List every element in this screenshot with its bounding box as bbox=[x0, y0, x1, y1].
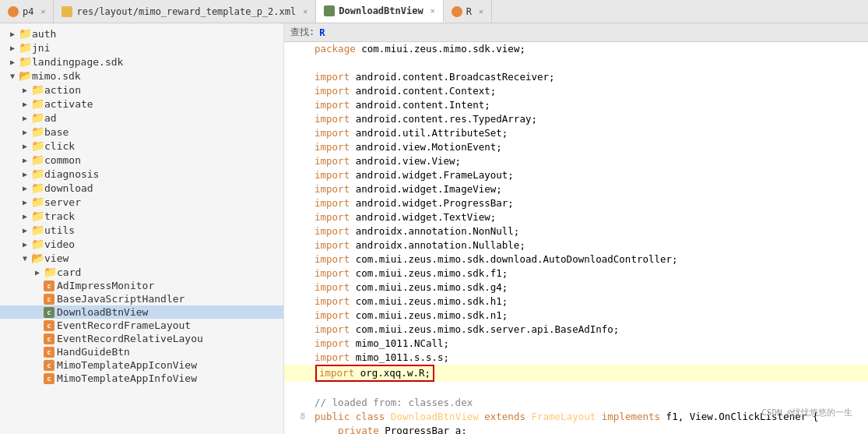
class-icon-basejavascript: c bbox=[44, 294, 54, 305]
search-value: R bbox=[319, 27, 325, 38]
tree-arrow-ad: ▶ bbox=[19, 114, 31, 122]
class-icon-adimpressmonitor: c bbox=[44, 281, 54, 291]
folder-icon-action: 📁 bbox=[31, 83, 44, 96]
tree-arrow-common: ▶ bbox=[19, 156, 31, 164]
tree-item-landingpage[interactable]: ▶ 📁 landingpage.sdk bbox=[0, 55, 283, 69]
watermark: CSDN @忧忧悠悠的一生 bbox=[761, 407, 852, 418]
tree-item-basejavascripthandler[interactable]: c BaseJavaScriptHandler bbox=[0, 292, 283, 305]
tree-label-utils: utils bbox=[44, 224, 75, 236]
tree-arrow-action: ▶ bbox=[19, 86, 31, 94]
tree-item-click[interactable]: ▶ 📁 click bbox=[0, 139, 283, 153]
tree-arrow-card: ▶ bbox=[31, 268, 44, 277]
tree-label-adimpressmonitor: AdImpressMonitor bbox=[57, 280, 154, 291]
tree-label-server: server bbox=[44, 196, 81, 208]
tree-label-view: view bbox=[44, 252, 69, 264]
tree-arrow-mimosdk: ▼ bbox=[6, 72, 19, 80]
tab-layout-label: res/layout/mimo_reward_template_p_2.xml bbox=[76, 6, 296, 17]
folder-icon-jni: 📁 bbox=[19, 41, 32, 54]
tree-label-download: download bbox=[44, 182, 93, 194]
class-icon-eventrecordrelative: c bbox=[44, 333, 54, 344]
tab-r[interactable]: R ✕ bbox=[444, 0, 492, 23]
code-line-import9: import android.widget.ImageView; bbox=[284, 182, 868, 196]
code-line-package: package com.miui.zeus.mimo.sdk.view; bbox=[284, 42, 868, 56]
tab-r-close[interactable]: ✕ bbox=[479, 7, 483, 16]
tree-label-track: track bbox=[44, 210, 75, 222]
tree-item-track[interactable]: ▶ 📁 track bbox=[0, 209, 283, 223]
tree-item-base[interactable]: ▶ 📁 base bbox=[0, 125, 283, 139]
tree-arrow-jni: ▶ bbox=[6, 44, 19, 52]
folder-icon-video: 📁 bbox=[31, 238, 44, 250]
tree-item-video[interactable]: ▶ 📁 video bbox=[0, 237, 283, 251]
tab-layout-close[interactable]: ✕ bbox=[303, 7, 307, 16]
tree-item-ad[interactable]: ▶ 📁 ad bbox=[0, 111, 283, 125]
tree-arrow-auth: ▶ bbox=[6, 30, 19, 38]
tree-label-common: common bbox=[44, 154, 81, 166]
class-icon-eventrecordframe: c bbox=[44, 320, 54, 331]
tree-item-diagnosis[interactable]: ▶ 📁 diagnosis bbox=[0, 167, 283, 181]
code-line-import18: import com.miui.zeus.mimo.sdk.n1; bbox=[284, 309, 868, 323]
tree-item-activate[interactable]: ▶ 📁 activate bbox=[0, 97, 283, 111]
code-line-import6: import android.view.MotionEvent; bbox=[284, 140, 868, 154]
tab-downloadbtn-close[interactable]: ✕ bbox=[430, 6, 435, 15]
tree-item-jni[interactable]: ▶ 📁 jni bbox=[0, 41, 283, 55]
class-icon-downloadbtnview: c bbox=[44, 307, 54, 318]
tab-downloadbtn-icon bbox=[324, 5, 335, 16]
tab-p4[interactable]: p4 ✕ bbox=[0, 0, 54, 23]
tree-item-mimotemplateappinfo[interactable]: c MimoTemplateAppInfoView bbox=[0, 372, 283, 385]
tree-item-card[interactable]: ▶ 📁 card bbox=[0, 265, 283, 279]
folder-icon-base: 📁 bbox=[31, 125, 44, 138]
code-line-import3: import android.content.Intent; bbox=[284, 98, 868, 112]
folder-icon-track: 📁 bbox=[31, 210, 44, 222]
tree-label-activate: activate bbox=[44, 98, 93, 110]
folder-icon-utils: 📁 bbox=[31, 224, 44, 236]
tree-arrow-view: ▼ bbox=[19, 254, 31, 263]
tab-p4-icon bbox=[8, 6, 19, 17]
code-line-import15: import com.miui.zeus.mimo.sdk.f1; bbox=[284, 266, 868, 281]
folder-icon-auth: 📁 bbox=[19, 27, 32, 40]
tree-item-view[interactable]: ▼ 📂 view bbox=[0, 251, 283, 265]
folder-icon-server: 📁 bbox=[31, 196, 44, 208]
tree-item-adimpressmonitor[interactable]: c AdImpressMonitor bbox=[0, 279, 283, 292]
tree-item-downloadbtnview[interactable]: c DownloadBtnView bbox=[0, 305, 283, 319]
tree-label-ad: ad bbox=[44, 112, 57, 124]
tree-item-eventrecordframe[interactable]: c EventRecordFrameLayout bbox=[0, 319, 283, 332]
tree-item-server[interactable]: ▶ 📁 server bbox=[0, 195, 283, 209]
folder-icon-activate: 📁 bbox=[31, 97, 44, 110]
folder-icon-ad: 📁 bbox=[31, 111, 44, 124]
tree-label-jni: jni bbox=[32, 42, 50, 54]
class-icon-mimotemplateappinfo: c bbox=[44, 373, 54, 384]
tree-item-download[interactable]: ▶ 📁 download bbox=[0, 181, 283, 195]
tab-downloadbtn-label: DownloadBtnView bbox=[339, 5, 423, 16]
tab-p4-label: p4 bbox=[23, 6, 33, 17]
tree-item-common[interactable]: ▶ 📁 common bbox=[0, 153, 283, 167]
code-line-blank1 bbox=[284, 56, 868, 70]
tree-arrow-video: ▶ bbox=[19, 240, 31, 249]
tree-item-mimotemplateappicon[interactable]: c MimoTemplateAppIconView bbox=[0, 358, 283, 372]
tree-item-action[interactable]: ▶ 📁 action bbox=[0, 83, 283, 97]
file-tree: ▶ 📁 auth ▶ 📁 jni ▶ 📁 landingpage.sdk bbox=[0, 23, 284, 434]
tree-item-eventrecordrelative[interactable]: c EventRecordRelativeLayou bbox=[0, 332, 283, 345]
code-line-import21: import mimo_1011.s.s.s; bbox=[284, 351, 868, 365]
class-icon-handguidebtn: c bbox=[44, 347, 54, 358]
tree-label-card: card bbox=[57, 266, 81, 278]
code-line-import20: import mimo_1011.NCall; bbox=[284, 337, 868, 351]
tree-item-auth[interactable]: ▶ 📁 auth bbox=[0, 26, 283, 41]
tree-label-eventrecordrelative: EventRecordRelativeLayou bbox=[57, 333, 203, 344]
code-line-import16: import com.miui.zeus.mimo.sdk.g4; bbox=[284, 281, 868, 295]
search-bar: 查找: R bbox=[284, 23, 868, 42]
code-line-import8: import android.widget.FrameLayout; bbox=[284, 168, 868, 182]
tab-layout[interactable]: res/layout/mimo_reward_template_p_2.xml … bbox=[54, 0, 316, 23]
code-editor[interactable]: package com.miui.zeus.mimo.sdk.view; imp… bbox=[284, 42, 868, 434]
code-line-blank2 bbox=[284, 382, 868, 396]
tree-label-downloadbtnview: DownloadBtnView bbox=[57, 306, 148, 318]
tree-arrow-click: ▶ bbox=[19, 142, 31, 150]
code-line-import12: import androidx.annotation.NonNull; bbox=[284, 224, 868, 238]
tree-label-diagnosis: diagnosis bbox=[44, 168, 99, 180]
tab-downloadbtn[interactable]: DownloadBtnView ✕ bbox=[316, 0, 443, 23]
tree-item-utils[interactable]: ▶ 📁 utils bbox=[0, 223, 283, 237]
tree-arrow-landingpage: ▶ bbox=[6, 58, 19, 66]
tab-p4-close[interactable]: ✕ bbox=[40, 7, 45, 16]
code-line-import13: import androidx.annotation.Nullable; bbox=[284, 238, 868, 252]
tree-item-mimosdk[interactable]: ▼ 📂 mimo.sdk bbox=[0, 69, 283, 83]
tree-item-handguidebtn[interactable]: c HandGuideBtn bbox=[0, 345, 283, 358]
